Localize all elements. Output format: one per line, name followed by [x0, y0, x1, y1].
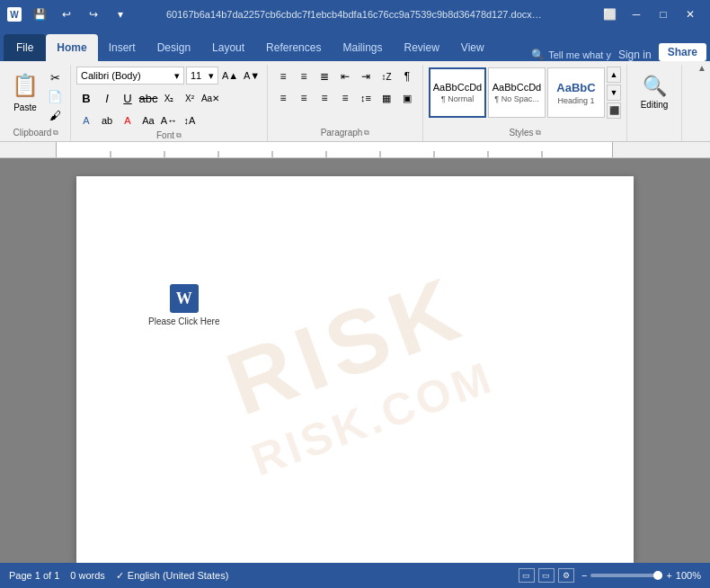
align-left-button[interactable]: ≡ [273, 88, 293, 108]
strikethrough-button[interactable]: abc [138, 88, 158, 108]
zoom-plus-btn[interactable]: + [666, 570, 671, 581]
watermark-line1: RISK [214, 254, 478, 435]
align-right-button[interactable]: ≡ [315, 88, 334, 108]
undo-quick-btn[interactable]: ↩ [54, 5, 79, 23]
show-marks-button[interactable]: ¶ [397, 67, 417, 86]
customize-quick-btn[interactable]: ▾ [108, 5, 133, 23]
print-layout-btn[interactable]: ▭ [519, 568, 535, 583]
maximize-btn[interactable]: □ [651, 5, 676, 23]
cut-button[interactable]: ✂ [45, 68, 65, 86]
numbered-list-button[interactable]: ≡ [294, 67, 314, 86]
italic-button[interactable]: I [97, 88, 117, 108]
multilevel-list-button[interactable]: ≣ [315, 67, 334, 86]
tab-review[interactable]: Review [393, 34, 449, 61]
word-count: 0 words [70, 570, 105, 581]
document-page[interactable]: RISK RISK.COM W Please Click Here [76, 176, 634, 563]
save-quick-btn[interactable]: 💾 [27, 5, 52, 23]
styles-expand-arrow[interactable]: ⧉ [536, 129, 541, 138]
font-format-row: B I U abc X₂ X² Aa✕ [76, 88, 220, 108]
web-layout-btn[interactable]: ⚙ [558, 568, 574, 583]
word-app-icon: W [7, 7, 22, 22]
decrease-indent-button[interactable]: ⇤ [335, 67, 355, 86]
status-right: ▭ ▭ ⚙ − + 100% [519, 568, 701, 583]
char-spacing-button[interactable]: A↔ [159, 111, 179, 130]
tell-me-area[interactable]: 🔍 Tell me what y [531, 49, 611, 61]
ribbon-collapse-btn[interactable]: ▲ [697, 63, 706, 73]
clipboard-expand-arrow[interactable]: ⧉ [53, 129, 58, 138]
zoom-minus-btn[interactable]: − [581, 570, 587, 581]
status-left: Page 1 of 1 0 words ✓ English (United St… [9, 570, 228, 582]
zoom-thumb [653, 571, 662, 580]
shading-button[interactable]: ▦ [377, 88, 396, 108]
paragraph-expand-arrow[interactable]: ⧉ [364, 129, 369, 138]
tab-insert[interactable]: Insert [98, 34, 146, 61]
tab-design[interactable]: Design [146, 34, 201, 61]
clipboard-group: 📋 Paste ✂ 📄 🖌 Clipboard ⧉ [2, 65, 71, 141]
redo-quick-btn[interactable]: ↪ [81, 5, 106, 23]
underline-button[interactable]: U [118, 88, 138, 108]
tab-view[interactable]: View [450, 34, 495, 61]
align-center-button[interactable]: ≡ [294, 88, 314, 108]
sign-in-button[interactable]: Sign in [618, 49, 652, 61]
quick-access-toolbar: 💾 ↩ ↪ ▾ [27, 5, 133, 23]
highlight-button[interactable]: ab [97, 111, 117, 130]
ribbon-display-btn[interactable]: ⬜ [597, 5, 622, 23]
bold-button[interactable]: B [76, 88, 96, 108]
change-case-button[interactable]: Aa [138, 111, 158, 130]
sort-button[interactable]: ↕Z [377, 67, 396, 86]
bullets-button[interactable]: ≡ [273, 67, 293, 86]
text-effects-button[interactable]: A [76, 111, 96, 130]
font-expand-arrow[interactable]: ⧉ [176, 131, 182, 140]
minimize-btn[interactable]: ─ [624, 5, 649, 23]
paste-button[interactable]: 📋 Paste [7, 67, 43, 114]
justify-button[interactable]: ≡ [335, 88, 355, 108]
tab-layout[interactable]: Layout [201, 34, 255, 61]
document-icon-area[interactable]: W Please Click Here [148, 284, 219, 326]
style-normal-label: ¶ Normal [441, 94, 474, 103]
spell-check-icon: ✓ [116, 570, 124, 582]
style-scroll-up[interactable]: ▲ [607, 67, 621, 83]
tell-me-text: Tell me what y [548, 49, 611, 60]
font-family-selector[interactable]: Calibri (Body) ▾ [76, 67, 184, 85]
line-spacing-button[interactable]: ↕≡ [356, 88, 376, 108]
read-mode-btn[interactable]: ▭ [538, 568, 555, 583]
text-size-btn2[interactable]: ↕A [180, 111, 200, 130]
borders-button[interactable]: ▣ [397, 88, 417, 108]
copy-button[interactable]: 📄 [45, 87, 65, 105]
share-button[interactable]: Share [659, 43, 706, 61]
language-status[interactable]: ✓ English (United States) [116, 570, 229, 582]
ribbon-body: 📋 Paste ✂ 📄 🖌 Clipboard ⧉ Calibri (Body)… [0, 61, 710, 142]
click-here-label: Please Click Here [148, 316, 219, 326]
style-normal[interactable]: AaBbCcDd ¶ Normal [429, 67, 486, 118]
style-h1-preview: AaBbC [556, 81, 595, 94]
superscript-button[interactable]: X² [180, 88, 200, 108]
window-title: 60167b6a14b7da2257cb6cbdc7f1ebcb4bdfa16c… [166, 9, 544, 20]
tab-mailings[interactable]: Mailings [332, 34, 393, 61]
decrease-font-btn[interactable]: A▼ [242, 67, 262, 85]
increase-indent-button[interactable]: ⇥ [356, 67, 376, 86]
font-color-button[interactable]: A [118, 111, 138, 130]
style-expand[interactable]: ⬛ [607, 102, 621, 119]
font-size-selector[interactable]: 11 ▾ [186, 67, 218, 85]
ruler: ruler ticks [0, 142, 710, 158]
title-bar: W 💾 ↩ ↪ ▾ 60167b6a14b7da2257cb6cbdc7f1eb… [0, 0, 710, 29]
style-scroll-buttons: ▲ ▼ ⬛ [607, 67, 621, 119]
format-painter-button[interactable]: 🖌 [45, 106, 65, 124]
style-scroll-down[interactable]: ▼ [607, 85, 621, 101]
tab-home[interactable]: Home [46, 34, 97, 61]
subscript-button[interactable]: X₂ [159, 88, 179, 108]
clipboard-label: Clipboard ⧉ [13, 128, 59, 139]
tab-file[interactable]: File [4, 34, 46, 61]
editing-button[interactable]: 🔍 Editing [633, 67, 676, 117]
increase-font-btn[interactable]: A▲ [220, 67, 240, 85]
close-btn[interactable]: ✕ [678, 5, 703, 23]
tab-references[interactable]: References [255, 34, 332, 61]
window-controls: ⬜ ─ □ ✕ [597, 5, 703, 23]
style-heading1[interactable]: AaBbC Heading 1 [547, 67, 605, 118]
zoom-slider[interactable] [590, 574, 662, 577]
embedded-word-icon: W [170, 284, 199, 313]
style-no-spacing[interactable]: AaBbCcDd ¶ No Spac... [488, 67, 546, 118]
styles-label: Styles ⧉ [509, 128, 540, 139]
clear-format-button[interactable]: Aa✕ [200, 88, 220, 108]
font-content: Calibri (Body) ▾ 11 ▾ A▲ A▼ B I U abc X₂… [76, 67, 262, 130]
